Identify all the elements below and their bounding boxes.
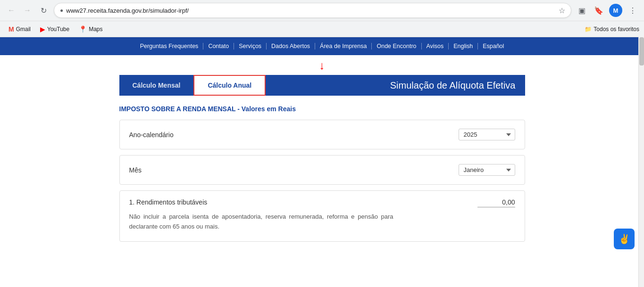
maps-label: Maps	[89, 26, 102, 33]
nav-perguntas-frequentes[interactable]: Perguntas Frequentes	[135, 43, 204, 49]
forward-button[interactable]: →	[21, 4, 34, 17]
nav-buttons: ← → ↻	[5, 4, 50, 17]
mes-label: Mês	[129, 166, 142, 174]
browser-actions: ▣ 🔖 M ⋮	[575, 4, 639, 17]
page-content: Perguntas Frequentes Contato Serviços Da…	[0, 37, 644, 242]
accessibility-button[interactable]: ✌	[614, 229, 635, 247]
reload-button[interactable]: ↻	[37, 4, 50, 17]
nav-servicos[interactable]: Serviços	[234, 43, 267, 49]
secure-icon: ●	[60, 7, 63, 14]
extensions-button[interactable]: ▣	[575, 4, 588, 17]
scrollbar-track[interactable]	[638, 37, 644, 247]
nav-avisos[interactable]: Avisos	[422, 43, 449, 49]
bookmarks-right: 📁 Todos os favoritos	[585, 26, 639, 33]
mes-select[interactable]: Janeiro Fevereiro Março Abril Maio Junho…	[459, 164, 515, 176]
maps-icon: 📍	[79, 25, 87, 33]
nav-area-imprensa[interactable]: Área de Imprensa	[315, 43, 372, 49]
ano-calendario-card: Ano-calendário 2025 2024 2023	[119, 120, 525, 149]
tab-calculo-anual[interactable]: Cálculo Anual	[193, 75, 266, 96]
top-nav: Perguntas Frequentes Contato Serviços Da…	[0, 37, 644, 55]
main-content: Cálculo Mensal Cálculo Anual Simulação d…	[110, 75, 535, 242]
tab-calculo-mensal[interactable]: Cálculo Mensal	[119, 75, 194, 96]
rendimentos-label: 1. Rendimentos tributáveis	[129, 198, 208, 206]
nav-onde-encontro[interactable]: Onde Encontro	[372, 43, 421, 49]
ano-calendario-label: Ano-calendário	[129, 131, 174, 139]
profile-button[interactable]: M	[609, 4, 622, 17]
arrow-container: ↓	[0, 55, 644, 71]
menu-button[interactable]: ⋮	[626, 4, 639, 17]
nav-espanol[interactable]: Español	[478, 43, 509, 49]
bookmark-gmail[interactable]: M Gmail	[5, 24, 34, 34]
mes-card: Mês Janeiro Fevereiro Março Abril Maio J…	[119, 155, 525, 185]
bookmark-youtube[interactable]: ▶ YouTube	[36, 24, 73, 34]
browser-toolbar: ← → ↻ ● www27.receita.fazenda.gov.br/sim…	[0, 0, 644, 21]
address-bar[interactable]: ● www27.receita.fazenda.gov.br/simulador…	[54, 3, 571, 18]
todos-favoritos-label: Todos os favoritos	[594, 26, 639, 33]
back-button[interactable]: ←	[5, 4, 18, 17]
ano-calendario-select[interactable]: 2025 2024 2023	[459, 129, 515, 140]
gmail-label: Gmail	[16, 26, 31, 33]
page-title: Simulação de Alíquota Efetiva	[266, 75, 525, 96]
youtube-icon: ▶	[40, 25, 45, 33]
section-title: IMPOSTO SOBRE A RENDA MENSAL - Valores e…	[119, 96, 525, 120]
scrollbar-thumb[interactable]	[639, 37, 644, 66]
ano-calendario-control: 2025 2024 2023	[459, 129, 515, 140]
rendimentos-value[interactable]: 0,00	[477, 198, 515, 207]
nav-dados-abertos[interactable]: Dados Abertos	[267, 43, 315, 49]
top-nav-links: Perguntas Frequentes Contato Serviços Da…	[135, 43, 509, 49]
hand-icon: ✌	[619, 233, 630, 245]
nav-english[interactable]: English	[449, 43, 478, 49]
star-icon[interactable]: ☆	[559, 6, 565, 15]
nav-contato[interactable]: Contato	[203, 43, 234, 49]
url-text: www27.receita.fazenda.gov.br/simulador-i…	[66, 7, 556, 14]
rendimentos-description: Não incluir a parcela isenta de aposenta…	[129, 212, 393, 232]
rendimentos-header: 1. Rendimentos tributáveis 0,00	[129, 198, 515, 207]
bookmark-button[interactable]: 🔖	[592, 4, 605, 17]
youtube-label: YouTube	[47, 26, 69, 33]
folder-icon: 📁	[585, 26, 592, 33]
bookmark-maps[interactable]: 📍 Maps	[75, 24, 106, 34]
browser-chrome: ← → ↻ ● www27.receita.fazenda.gov.br/sim…	[0, 0, 644, 37]
mes-control: Janeiro Fevereiro Março Abril Maio Junho…	[459, 164, 515, 176]
bookmarks-bar: M Gmail ▶ YouTube 📍 Maps 📁 Todos os favo…	[0, 21, 644, 37]
tab-bar: Cálculo Mensal Cálculo Anual Simulação d…	[119, 75, 525, 96]
rendimentos-card: 1. Rendimentos tributáveis 0,00 Não incl…	[119, 190, 525, 242]
gmail-icon: M	[8, 25, 14, 33]
arrow-down-icon: ↓	[319, 60, 325, 71]
